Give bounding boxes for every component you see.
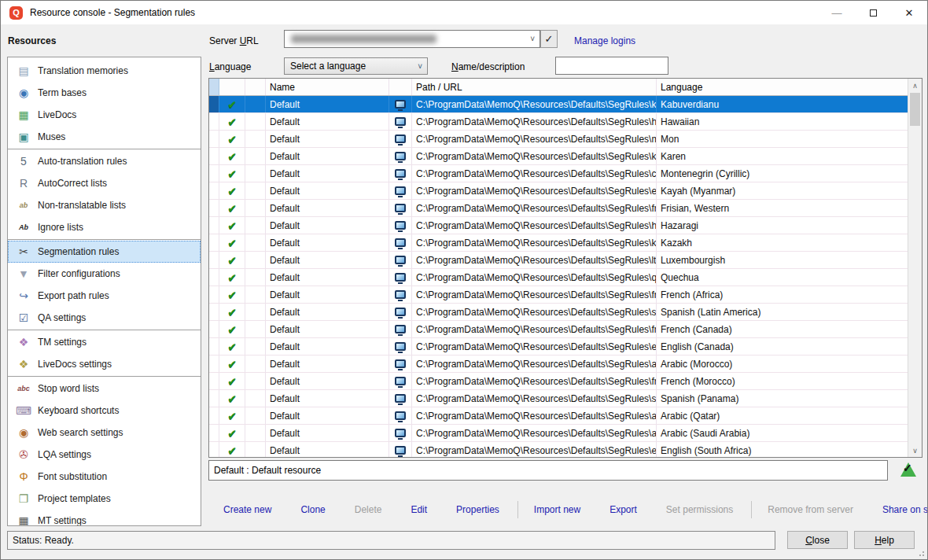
name-column-header[interactable]: Name <box>266 79 389 95</box>
table-row[interactable]: ✔DefaultC:\ProgramData\MemoQ\Resources\D… <box>209 96 908 113</box>
sidebar-item-translation-memories[interactable]: ▤Translation memories <box>8 60 201 82</box>
local-computer-icon <box>395 100 406 109</box>
row-name-cell: Default <box>266 165 389 182</box>
manage-logins-link[interactable]: Manage logins <box>574 35 635 46</box>
table-row[interactable]: ✔DefaultC:\ProgramData\MemoQ\Resources\D… <box>209 131 908 148</box>
sidebar-item-font-substitution[interactable]: ΦFont substitution <box>8 466 201 488</box>
minimize-button[interactable]: — <box>819 1 855 24</box>
row-pin-cell <box>245 304 266 320</box>
row-name-cell: Default <box>266 217 389 234</box>
sidebar-item-stop-word-lists[interactable]: abcStop word lists <box>8 378 201 400</box>
table-row[interactable]: ✔DefaultC:\ProgramData\MemoQ\Resources\D… <box>209 148 908 165</box>
row-location-cell <box>389 269 412 286</box>
table-row[interactable]: ✔DefaultC:\ProgramData\MemoQ\Resources\D… <box>209 356 908 373</box>
row-enabled-cell: ✔ <box>219 269 245 286</box>
name-description-input[interactable] <box>555 57 668 75</box>
resource-type-sidebar: ▤Translation memories◉Term bases▦LiveDoc… <box>7 57 201 526</box>
sidebar-item-project-templates[interactable]: ❐Project templates <box>8 488 201 510</box>
table-row[interactable]: ✔DefaultC:\ProgramData\MemoQ\Resources\D… <box>209 304 908 321</box>
table-row[interactable]: ✔DefaultC:\ProgramData\MemoQ\Resources\D… <box>209 321 908 338</box>
share-on-server-button[interactable]: Share on server <box>882 504 928 515</box>
sidebar-separator <box>8 149 201 149</box>
table-row[interactable]: ✔DefaultC:\ProgramData\MemoQ\Resources\D… <box>209 286 908 304</box>
table-row[interactable]: ✔DefaultC:\ProgramData\MemoQ\Resources\D… <box>209 234 908 252</box>
row-location-cell <box>389 338 412 355</box>
resource-description-field[interactable]: Default : Default resource <box>208 460 888 481</box>
location-column-header[interactable] <box>389 79 412 95</box>
sidebar-item-keyboard-shortcuts[interactable]: ⌨Keyboard shortcuts <box>8 400 201 422</box>
scroll-down-icon[interactable]: ∨ <box>908 444 922 457</box>
filter-configurations-icon: ▼ <box>15 267 32 280</box>
table-row[interactable]: ✔DefaultC:\ProgramData\MemoQ\Resources\D… <box>209 182 908 200</box>
local-computer-icon <box>395 238 406 247</box>
help-button[interactable]: Help <box>854 531 915 549</box>
sidebar-item-mt-settings[interactable]: ▦MT settings <box>8 510 201 526</box>
sidebar-item-auto-translation-rules[interactable]: 5Auto-translation rules <box>8 150 201 172</box>
language-select-value: Select a language <box>290 61 366 72</box>
sidebar-item-term-bases[interactable]: ◉Term bases <box>8 82 201 104</box>
close-button[interactable]: Close <box>787 531 848 549</box>
table-row[interactable]: ✔DefaultC:\ProgramData\MemoQ\Resources\D… <box>209 269 908 286</box>
scroll-up-icon[interactable]: ∧ <box>908 79 922 92</box>
table-row[interactable]: ✔DefaultC:\ProgramData\MemoQ\Resources\D… <box>209 338 908 356</box>
table-row[interactable]: ✔DefaultC:\ProgramData\MemoQ\Resources\D… <box>209 113 908 131</box>
row-path-cell: C:\ProgramData\MemoQ\Resources\Defaults\… <box>412 252 657 268</box>
row-pin-cell <box>245 407 266 424</box>
sidebar-item-lqa-settings[interactable]: ✇LQA settings <box>8 444 201 466</box>
server-connect-button[interactable]: ✓ <box>540 30 558 48</box>
table-row[interactable]: ✔DefaultC:\ProgramData\MemoQ\Resources\D… <box>209 165 908 182</box>
sidebar-item-livedocs[interactable]: ▦LiveDocs <box>8 104 201 126</box>
row-selection-cell <box>209 390 219 407</box>
row-enabled-cell: ✔ <box>219 338 245 355</box>
table-row[interactable]: ✔DefaultC:\ProgramData\MemoQ\Resources\D… <box>209 200 908 217</box>
resize-grip[interactable] <box>917 549 925 557</box>
import-new-button[interactable]: Import new <box>534 504 580 515</box>
close-window-button[interactable]: ✕ <box>891 1 927 24</box>
language-column-header[interactable]: Language <box>657 79 908 95</box>
properties-button[interactable]: Properties <box>456 504 499 515</box>
row-path-cell: C:\ProgramData\MemoQ\Resources\Defaults\… <box>412 390 657 407</box>
row-path-cell: C:\ProgramData\MemoQ\Resources\Defaults\… <box>412 269 657 286</box>
table-row[interactable]: ✔DefaultC:\ProgramData\MemoQ\Resources\D… <box>209 390 908 407</box>
pin-column-header[interactable] <box>245 79 266 95</box>
sidebar-item-export-path-rules[interactable]: ↪Export path rules <box>8 285 201 307</box>
edit-button[interactable]: Edit <box>411 504 427 515</box>
table-row[interactable]: ✔DefaultC:\ProgramData\MemoQ\Resources\D… <box>209 407 908 425</box>
sidebar-item-autocorrect-lists[interactable]: RAutoCorrect lists <box>8 172 201 194</box>
sidebar-item-label: Project templates <box>38 493 111 504</box>
create-new-button[interactable]: Create new <box>223 504 271 515</box>
sidebar-item-segmentation-rules[interactable]: ✂Segmentation rules <box>8 241 201 263</box>
table-row[interactable]: ✔DefaultC:\ProgramData\MemoQ\Resources\D… <box>209 373 908 390</box>
vertical-scrollbar[interactable]: ∧ ∨ <box>908 79 922 457</box>
chevron-down-icon[interactable]: ˅ <box>530 35 535 43</box>
row-pin-cell <box>245 373 266 389</box>
server-url-label: Server URL <box>209 35 259 46</box>
sidebar-item-ignore-lists[interactable]: AbIgnore lists <box>8 216 201 238</box>
edit-description-button[interactable]: ✓ <box>900 461 917 477</box>
language-select[interactable]: Select a language ˅ <box>284 57 428 75</box>
enabled-column-header[interactable] <box>219 79 245 95</box>
table-row[interactable]: ✔DefaultC:\ProgramData\MemoQ\Resources\D… <box>209 442 908 457</box>
selection-column-header[interactable] <box>209 79 219 95</box>
path-column-header[interactable]: Path / URL <box>412 79 657 95</box>
server-url-combobox[interactable]: ˅ <box>284 30 540 48</box>
table-row[interactable]: ✔DefaultC:\ProgramData\MemoQ\Resources\D… <box>209 217 908 234</box>
clone-button[interactable]: Clone <box>300 504 325 515</box>
scrollbar-thumb[interactable] <box>910 93 920 126</box>
sidebar-item-web-search-settings[interactable]: ◉Web search settings <box>8 422 201 444</box>
export-button[interactable]: Export <box>609 504 637 515</box>
row-name-cell: Default <box>266 131 389 147</box>
sidebar-item-non-translatable-lists[interactable]: abNon-translatable lists <box>8 194 201 216</box>
sidebar-item-tm-settings[interactable]: ❖TM settings <box>8 331 201 353</box>
table-row[interactable]: ✔DefaultC:\ProgramData\MemoQ\Resources\D… <box>209 425 908 442</box>
row-language-cell: Arabic (Morocco) <box>657 356 908 372</box>
local-computer-icon <box>395 377 406 385</box>
table-row[interactable]: ✔DefaultC:\ProgramData\MemoQ\Resources\D… <box>209 252 908 269</box>
mt-settings-icon: ▦ <box>15 514 32 526</box>
sidebar-item-qa-settings[interactable]: ☑QA settings <box>8 307 201 329</box>
sidebar-item-muses[interactable]: ▣Muses <box>8 126 201 148</box>
sidebar-item-livedocs-settings[interactable]: ❖LiveDocs settings <box>8 353 201 375</box>
maximize-button[interactable] <box>855 1 891 24</box>
sidebar-item-filter-configurations[interactable]: ▼Filter configurations <box>8 263 201 285</box>
title-bar: Q Resource console - Segmentation rules … <box>1 1 927 24</box>
